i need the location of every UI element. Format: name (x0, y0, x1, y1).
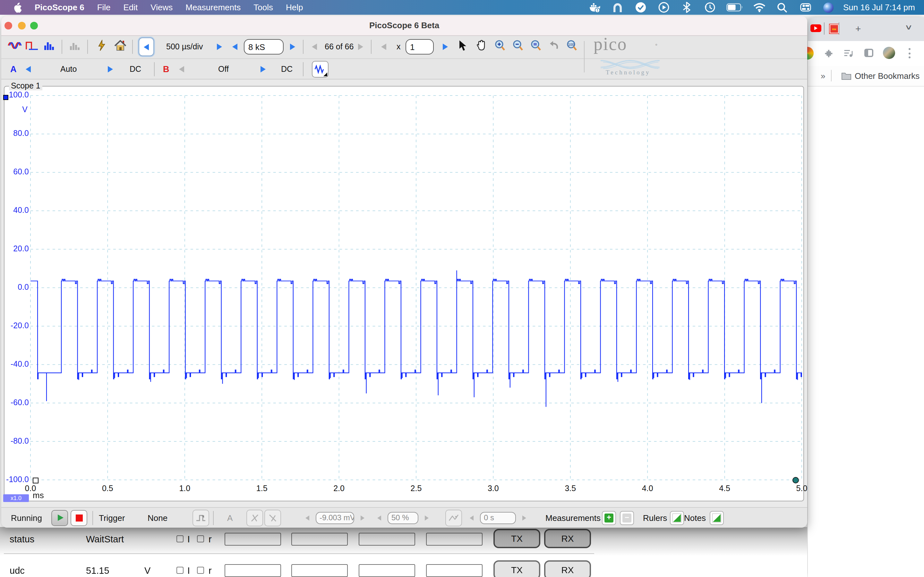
tx-button[interactable]: TX (493, 560, 540, 577)
zoom-button[interactable] (30, 22, 38, 29)
close-button[interactable] (5, 22, 12, 29)
minimize-button[interactable] (18, 22, 26, 29)
menu-clock[interactable]: Sun 16 Jul 7:14 pm (843, 3, 915, 12)
siri-icon[interactable] (822, 0, 835, 15)
pretrigger-down[interactable] (377, 515, 381, 520)
trigger-level-up[interactable] (360, 515, 365, 520)
channel-b-range-up[interactable] (260, 66, 266, 72)
menu-item-help[interactable]: Help (286, 3, 303, 12)
apple-menu-icon[interactable] (13, 2, 23, 13)
stop-button[interactable] (71, 510, 87, 526)
samples-decrease-button[interactable] (232, 44, 237, 50)
trigger-mode[interactable]: None (148, 513, 168, 522)
trigger-settings-icon[interactable] (192, 509, 209, 526)
timebase-increase-button[interactable] (217, 44, 222, 50)
wifi-icon[interactable] (753, 0, 766, 15)
bookmarks-overflow-chevron[interactable]: » (821, 71, 825, 81)
channel-a-range-up[interactable] (108, 66, 113, 72)
timebase-value[interactable]: 500 µs/div (166, 43, 203, 52)
io-field-4[interactable] (426, 533, 483, 546)
waveform-view-icon[interactable] (8, 41, 22, 53)
trigger-level-input[interactable]: -9.003 mV (316, 512, 354, 524)
control-center-icon[interactable] (799, 0, 813, 15)
buffer-position[interactable]: 66 of 66 (325, 43, 354, 52)
axis-marker-square[interactable] (33, 478, 39, 484)
samples-input[interactable]: 8 kS (244, 39, 284, 55)
io-field-4[interactable] (426, 564, 483, 577)
rx-button[interactable]: RX (544, 560, 591, 577)
spotlight-search-icon[interactable] (776, 0, 789, 15)
channel-a-coupling[interactable]: DC (129, 64, 141, 73)
samples-increase-button[interactable] (290, 44, 295, 50)
io-field-3[interactable] (359, 564, 415, 577)
zoom-full-icon[interactable]: 100 (566, 40, 577, 54)
io-field-1[interactable] (225, 533, 281, 546)
zoomx-decrease-button[interactable] (381, 44, 386, 50)
persistence-view-icon[interactable] (44, 41, 57, 53)
zoom-in-icon[interactable] (494, 40, 506, 54)
trigger-channel[interactable]: A (227, 513, 233, 522)
pointer-tool-icon[interactable] (458, 40, 467, 54)
hand-tool-icon[interactable] (476, 40, 487, 54)
zoomx-increase-button[interactable] (443, 44, 448, 50)
channel-b-coupling[interactable]: DC (281, 64, 292, 73)
arch-icon[interactable] (611, 0, 624, 15)
zoom-out-icon[interactable] (512, 40, 523, 54)
autosetup-icon[interactable] (97, 40, 106, 54)
timebase-decrease-button[interactable] (139, 38, 154, 56)
tab-search-chevron[interactable]: ∨ (905, 23, 913, 31)
youtube-tab-icon[interactable] (811, 24, 821, 32)
scope-corner-dot[interactable] (792, 477, 799, 484)
menu-item-file[interactable]: File (97, 3, 111, 12)
io-field-1[interactable] (225, 564, 281, 577)
menu-app-name[interactable]: PicoScope 6 (35, 3, 84, 12)
playlist-icon[interactable] (844, 49, 853, 57)
docker-icon[interactable] (588, 0, 601, 15)
signal-generator-button[interactable] (312, 61, 328, 77)
royal-mail-tab-icon[interactable]: RM (830, 24, 838, 33)
io-checkbox-r[interactable] (197, 567, 204, 574)
pretrigger-input[interactable]: 50 % (388, 512, 418, 524)
time-machine-icon[interactable] (703, 0, 717, 15)
io-field-3[interactable] (359, 533, 415, 546)
menu-item-tools[interactable]: Tools (254, 3, 273, 12)
add-measurement-button[interactable]: + (602, 511, 616, 525)
io-field-2[interactable] (291, 564, 348, 577)
rx-button[interactable]: RX (544, 529, 591, 548)
zoomx-input[interactable]: 1 (405, 39, 434, 55)
home-icon[interactable] (114, 40, 126, 54)
avatar[interactable] (883, 47, 895, 59)
play-circle-icon[interactable] (657, 0, 670, 15)
bluetooth-icon[interactable] (680, 0, 694, 15)
check-circle-icon[interactable] (634, 0, 648, 15)
browser-menu-icon[interactable] (909, 48, 911, 58)
battery-icon[interactable] (726, 0, 743, 15)
zoom-window-icon[interactable] (530, 40, 541, 54)
sidebar-icon[interactable] (864, 49, 873, 57)
menu-item-edit[interactable]: Edit (124, 3, 138, 12)
buffer-prev-button[interactable] (312, 44, 317, 50)
spectrum-view-icon[interactable] (26, 41, 39, 53)
delay-input[interactable]: 0 s (480, 512, 516, 524)
buffer-next-button[interactable] (358, 44, 363, 50)
delay-up[interactable] (522, 515, 526, 520)
remove-measurement-button[interactable]: − (620, 511, 634, 525)
io-field-2[interactable] (291, 533, 348, 546)
channel-b-range[interactable]: Off (218, 64, 229, 73)
pretrigger-up[interactable] (425, 515, 429, 520)
other-bookmarks-label[interactable]: Other Bookmarks (855, 71, 919, 81)
start-button[interactable] (51, 510, 68, 526)
notes-button[interactable] (710, 511, 724, 525)
delay-down[interactable] (470, 515, 473, 520)
tx-button[interactable]: TX (493, 529, 540, 548)
bookmarks-folder-icon[interactable] (841, 71, 851, 79)
menu-item-views[interactable]: Views (150, 3, 173, 12)
io-checkbox-i[interactable] (176, 567, 184, 574)
io-checkbox-i[interactable] (176, 535, 184, 542)
trigger-level-down[interactable] (305, 515, 309, 520)
channel-a-range-down[interactable] (26, 66, 31, 72)
extensions-puzzle-icon[interactable] (825, 49, 833, 57)
x-multiplier-badge[interactable]: x1.0 (3, 494, 29, 502)
io-checkbox-r[interactable] (197, 535, 204, 542)
new-tab-button[interactable]: + (855, 23, 861, 34)
